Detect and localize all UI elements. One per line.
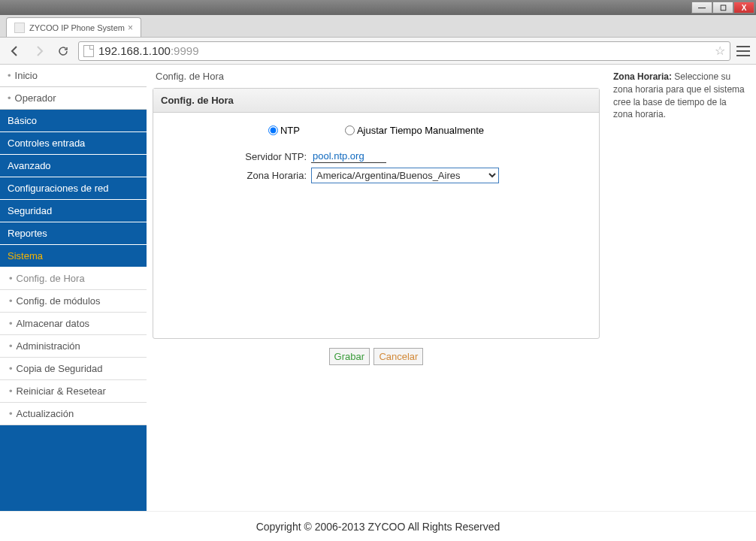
close-tab-icon[interactable]: ×: [128, 23, 133, 33]
sidebar-item-inicio[interactable]: Inicio: [0, 65, 147, 87]
maximize-button[interactable]: ☐: [712, 2, 733, 14]
timezone-label: Zona Horaria:: [168, 170, 311, 181]
bookmark-star-icon[interactable]: ☆: [715, 44, 725, 58]
browser-tab[interactable]: ZYCOO IP Phone System ×: [6, 17, 141, 37]
browser-tab-bar: ZYCOO IP Phone System ×: [0, 15, 756, 38]
ntp-server-label: Servidor NTP:: [168, 151, 311, 162]
panel-title: Config. de Hora: [153, 89, 599, 113]
save-button[interactable]: Grabar: [329, 348, 370, 365]
browser-menu-button[interactable]: [736, 46, 750, 56]
address-input[interactable]: 192.168.1.100:9999 ☆: [78, 41, 730, 61]
url-text: 192.168.1.100:9999: [98, 44, 198, 57]
forward-button[interactable]: [30, 42, 48, 60]
sidebar-sub-copia[interactable]: Copia de Seguridad: [0, 358, 147, 380]
sidebar-sub-config-hora[interactable]: Config. de Hora: [0, 267, 147, 290]
reload-button[interactable]: [54, 42, 72, 60]
sidebar-item-operador[interactable]: Operador: [0, 87, 147, 110]
reload-icon: [57, 45, 69, 57]
close-window-button[interactable]: X: [733, 2, 754, 14]
sidebar-item-config-red[interactable]: Configuraciones de red: [0, 177, 147, 200]
sidebar-item-reportes[interactable]: Reportes: [0, 222, 147, 245]
sidebar-sub-administracion[interactable]: Administración: [0, 335, 147, 358]
window-titlebar: — ☐ X: [0, 0, 756, 15]
sidebar-sub-reiniciar[interactable]: Reiniciar & Resetear: [0, 380, 147, 403]
radio-ntp-input[interactable]: [268, 125, 278, 135]
ntp-server-row: Servidor NTP:: [168, 150, 584, 163]
browser-toolbar: 192.168.1.100:9999 ☆: [0, 38, 756, 65]
sidebar-item-seguridad[interactable]: Seguridad: [0, 200, 147, 222]
sidebar-sub-almacenar[interactable]: Almacenar datos: [0, 313, 147, 335]
timezone-row: Zona Horaria: America/Argentina/Buenos_A…: [168, 168, 584, 183]
radio-manual-input[interactable]: [345, 125, 355, 135]
back-button[interactable]: [6, 42, 24, 60]
favicon-icon: [14, 23, 25, 33]
tab-title: ZYCOO IP Phone System: [29, 23, 125, 32]
copyright-text: Copyright © 2006-2013 ZYCOO All Rights R…: [256, 521, 500, 533]
help-title: Zona Horaria:: [613, 71, 672, 82]
timezone-select[interactable]: America/Argentina/Buenos_Aires: [311, 168, 499, 183]
arrow-left-icon: [9, 45, 21, 57]
config-panel: Config. de Hora NTP Ajustar Tiempo Manua…: [153, 88, 600, 339]
sidebar-item-sistema[interactable]: Sistema: [0, 245, 147, 267]
panel-body: NTP Ajustar Tiempo Manualmente Servidor …: [153, 113, 599, 338]
sidebar-sub-config-modulos[interactable]: Config. de módulos: [0, 290, 147, 313]
ntp-server-input[interactable]: [311, 150, 386, 163]
minimize-button[interactable]: —: [691, 2, 712, 14]
window-controls: — ☐ X: [691, 2, 754, 14]
content-area: Inicio Operador Básico Controles entrada…: [0, 65, 756, 511]
page-icon: [83, 45, 94, 57]
action-buttons: Grabar Cancelar: [153, 348, 600, 365]
sidebar-item-basico[interactable]: Básico: [0, 110, 147, 132]
help-panel: Zona Horaria: Seleccione su zona horaria…: [606, 65, 756, 511]
arrow-right-icon: [33, 45, 45, 57]
sidebar: Inicio Operador Básico Controles entrada…: [0, 65, 147, 511]
footer: Copyright © 2006-2013 ZYCOO All Rights R…: [0, 511, 756, 541]
radio-manual[interactable]: Ajustar Tiempo Manualmente: [345, 125, 484, 136]
radio-ntp[interactable]: NTP: [268, 125, 300, 136]
cancel-button[interactable]: Cancelar: [373, 348, 423, 365]
sidebar-item-controles[interactable]: Controles entrada: [0, 132, 147, 155]
sidebar-item-avanzado[interactable]: Avanzado: [0, 155, 147, 177]
main-panel: Config. de Hora Config. de Hora NTP Ajus…: [147, 65, 606, 511]
breadcrumb: Config. de Hora: [153, 65, 600, 88]
sidebar-sub-actualizacion[interactable]: Actualización: [0, 403, 147, 425]
time-mode-radio-group: NTP Ajustar Tiempo Manualmente: [168, 122, 584, 150]
